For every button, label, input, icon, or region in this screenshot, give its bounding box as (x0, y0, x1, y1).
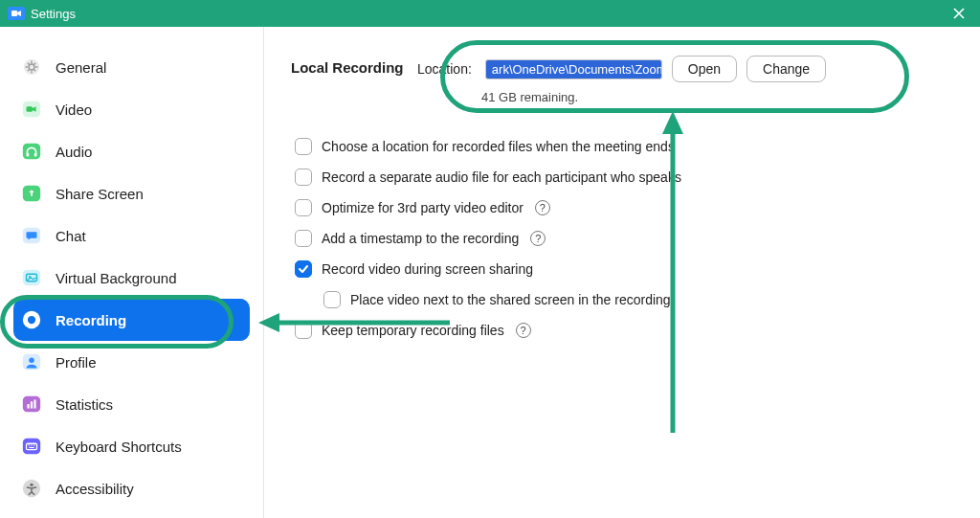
section-label-local-recording: Local Recording (291, 56, 417, 76)
option-label: Add a timestamp to the recording (322, 231, 519, 246)
option-row: Record video during screen sharing (295, 254, 953, 284)
window-title: Settings (31, 7, 76, 21)
option-label: Place video next to the shared screen in… (350, 292, 671, 307)
option-row: Keep temporary recording files? (295, 315, 953, 346)
chat-icon (21, 224, 50, 247)
svg-rect-26 (27, 404, 29, 409)
help-icon[interactable]: ? (530, 231, 546, 246)
change-button[interactable]: Change (746, 56, 826, 82)
location-path-field[interactable]: ark\OneDrive\Documents\Zoom (485, 59, 662, 79)
checkbox[interactable] (295, 230, 312, 247)
checkbox[interactable] (295, 169, 312, 186)
svg-rect-14 (27, 153, 30, 157)
option-row: Choose a location for recorded files whe… (295, 131, 953, 162)
checkbox[interactable] (295, 260, 312, 278)
checkbox[interactable] (323, 291, 341, 308)
sidebar-item-virtual-background[interactable]: Virtual Background (13, 257, 250, 299)
svg-point-31 (29, 444, 30, 445)
option-row: Add a timestamp to the recording? (295, 223, 953, 254)
close-button[interactable] (946, 0, 972, 27)
sidebar-item-label: Statistics (56, 396, 113, 413)
svg-rect-28 (33, 399, 35, 408)
share-screen-icon (21, 182, 50, 205)
help-icon[interactable]: ? (535, 200, 550, 215)
sidebar-item-label: Video (56, 101, 92, 118)
headphones-icon (21, 140, 50, 163)
svg-rect-13 (23, 144, 40, 160)
accessibility-icon (21, 477, 50, 500)
help-icon[interactable]: ? (516, 323, 531, 338)
sidebar-item-statistics[interactable]: Statistics (13, 383, 250, 425)
checkbox[interactable] (295, 322, 312, 339)
profile-icon (21, 350, 50, 373)
option-row: Place video next to the shared screen in… (323, 284, 953, 315)
option-label: Record video during screen sharing (322, 261, 533, 277)
keyboard-icon (21, 435, 50, 458)
sidebar-item-accessibility[interactable]: Accessibility (13, 467, 250, 509)
stats-icon (21, 393, 50, 416)
svg-rect-0 (11, 11, 17, 16)
app-icon (8, 7, 25, 20)
checkbox[interactable] (295, 199, 312, 216)
svg-line-10 (28, 70, 29, 71)
sidebar-item-keyboard-shortcuts[interactable]: Keyboard Shortcuts (13, 425, 250, 467)
option-label: Record a separate audio file for each pa… (322, 169, 681, 185)
svg-rect-12 (27, 106, 33, 112)
svg-rect-15 (34, 153, 37, 157)
checkbox[interactable] (295, 138, 312, 155)
sidebar-item-general[interactable]: General (13, 46, 250, 88)
gear-icon (21, 56, 50, 79)
location-label: Location: (417, 61, 472, 77)
option-label: Choose a location for recorded files whe… (322, 139, 675, 154)
record-icon (21, 308, 50, 331)
svg-rect-27 (31, 401, 33, 408)
sidebar-item-label: Keyboard Shortcuts (56, 439, 182, 455)
svg-point-33 (33, 444, 34, 445)
svg-line-7 (28, 63, 29, 64)
svg-point-32 (31, 444, 32, 445)
svg-line-9 (34, 63, 35, 64)
sidebar-item-chat[interactable]: Chat (13, 214, 250, 257)
option-label: Keep temporary recording files (322, 323, 504, 338)
sidebar-item-label: Virtual Background (56, 270, 176, 286)
option-label: Optimize for 3rd party video editor (322, 200, 523, 215)
svg-point-24 (29, 357, 34, 363)
open-button[interactable]: Open (672, 56, 737, 82)
sidebar: General Video Audio Share Screen Chat (0, 27, 264, 518)
svg-point-22 (28, 316, 35, 324)
sidebar-item-label: Chat (56, 228, 86, 244)
sidebar-item-video[interactable]: Video (13, 88, 250, 130)
svg-rect-29 (23, 439, 40, 455)
sidebar-item-label: Audio (56, 144, 92, 160)
svg-point-36 (30, 484, 33, 486)
svg-line-8 (34, 70, 35, 71)
svg-rect-34 (29, 447, 34, 448)
storage-remaining: 41 GB remaining. (481, 90, 953, 104)
virtual-background-icon (21, 266, 50, 289)
sidebar-item-audio[interactable]: Audio (13, 130, 250, 172)
recording-options: Choose a location for recorded files whe… (295, 131, 953, 346)
sidebar-item-label: Recording (56, 312, 126, 328)
sidebar-item-recording[interactable]: Recording (13, 299, 250, 341)
option-row: Record a separate audio file for each pa… (295, 162, 953, 192)
sidebar-item-label: Share Screen (56, 186, 144, 202)
video-icon (21, 98, 50, 121)
sidebar-item-label: General (56, 59, 106, 76)
titlebar: Settings (0, 0, 980, 27)
option-row: Optimize for 3rd party video editor? (295, 192, 953, 223)
sidebar-item-label: Accessibility (56, 481, 134, 497)
sidebar-item-profile[interactable]: Profile (13, 341, 250, 383)
content-pane: Local Recording Location: ark\OneDrive\D… (264, 27, 980, 518)
sidebar-item-share-screen[interactable]: Share Screen (13, 172, 250, 214)
sidebar-item-label: Profile (56, 354, 97, 371)
